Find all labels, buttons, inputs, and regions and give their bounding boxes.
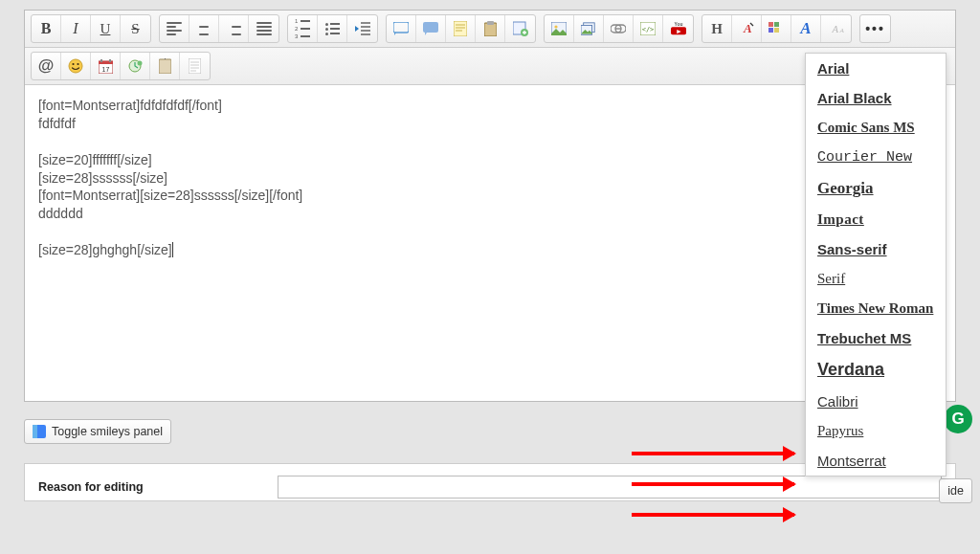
svg-text:A: A <box>831 24 838 34</box>
annotation-arrow-1 <box>632 452 794 455</box>
more-button[interactable]: ••• <box>860 15 890 42</box>
page-button[interactable] <box>180 53 210 79</box>
svg-rect-18 <box>768 28 773 33</box>
font-option-papyrus[interactable]: Papyrus <box>806 416 946 446</box>
highlight-button[interactable] <box>762 15 791 42</box>
heading-button[interactable]: H <box>702 15 732 42</box>
align-right-button[interactable] <box>219 15 249 42</box>
svg-point-24 <box>77 63 78 65</box>
page-root: B I U S 123 <box>0 0 980 554</box>
ordered-list-button[interactable]: 123 <box>288 15 318 42</box>
svg-point-31 <box>138 61 143 66</box>
font-option-trebuchet-ms[interactable]: Trebuchet MS <box>806 323 946 353</box>
add-item-button[interactable] <box>505 15 535 42</box>
svg-rect-0 <box>393 22 409 33</box>
toggle-smileys-button[interactable]: Toggle smileys panel <box>24 419 171 444</box>
font-size-button[interactable]: AA <box>821 15 851 42</box>
annotation-arrow-3 <box>632 513 794 517</box>
group-media: </> You <box>544 14 694 43</box>
svg-rect-33 <box>189 58 201 74</box>
group-text-style: B I U S <box>31 14 151 43</box>
align-left-button[interactable] <box>160 15 189 42</box>
svg-text:</>: </> <box>642 26 655 33</box>
reason-input[interactable] <box>278 476 942 499</box>
youtube-button[interactable]: You <box>663 15 693 42</box>
group-list: 123 <box>287 14 378 43</box>
font-option-times-new-roman[interactable]: Times New Roman <box>806 294 946 323</box>
note-button[interactable] <box>446 15 476 42</box>
svg-rect-16 <box>768 22 773 27</box>
text-caret <box>172 242 173 257</box>
svg-point-23 <box>72 63 74 65</box>
hide-button[interactable]: ide <box>939 478 972 503</box>
floating-badge-g[interactable]: G <box>944 405 972 433</box>
svg-rect-4 <box>487 21 494 25</box>
group-format: H A A AA <box>702 14 852 43</box>
font-option-serif[interactable]: Serif <box>806 264 946 294</box>
font-option-sans-serif[interactable]: Sans-serif <box>806 234 946 264</box>
font-option-comic-sans[interactable]: Comic Sans MS <box>806 113 946 143</box>
outdent-button[interactable] <box>347 15 377 42</box>
group-more: ••• <box>859 14 891 43</box>
attachment-button[interactable] <box>150 53 180 79</box>
group-align <box>159 14 279 43</box>
svg-rect-2 <box>454 21 467 36</box>
italic-button[interactable]: I <box>61 15 91 42</box>
font-option-georgia[interactable]: Georgia <box>806 172 946 205</box>
annotation-arrow-2 <box>632 482 794 486</box>
svg-point-8 <box>554 25 557 28</box>
quote-button[interactable] <box>387 15 416 42</box>
font-option-courier-new[interactable]: Courier New <box>806 143 946 172</box>
group-insert <box>386 14 536 43</box>
group-insert2: @ 17 <box>31 52 211 80</box>
toolbar-row-1: B I U S 123 <box>25 11 955 48</box>
image-stack-button[interactable] <box>574 15 604 42</box>
clipboard-button[interactable] <box>476 15 505 42</box>
font-option-arial-black[interactable]: Arial Black <box>806 83 946 113</box>
align-center-button[interactable] <box>189 15 219 42</box>
svg-rect-17 <box>774 22 779 27</box>
font-color-button[interactable]: A <box>732 15 762 42</box>
font-family-button[interactable]: A <box>791 15 821 42</box>
svg-text:You: You <box>674 22 682 27</box>
unordered-list-button[interactable] <box>318 15 347 42</box>
svg-rect-19 <box>774 28 779 33</box>
link-button[interactable] <box>604 15 634 42</box>
font-dropdown[interactable]: Arial Arial Black Comic Sans MS Courier … <box>805 53 947 476</box>
emoji-button[interactable] <box>61 53 91 79</box>
font-option-montserrat[interactable]: Montserrat <box>806 446 946 476</box>
spoiler-button[interactable] <box>416 15 446 42</box>
strike-button[interactable]: S <box>121 15 150 42</box>
svg-rect-32 <box>159 59 171 74</box>
calendar-button[interactable]: 17 <box>91 53 121 79</box>
svg-point-22 <box>69 59 82 73</box>
font-option-impact[interactable]: Impact <box>806 205 946 234</box>
align-justify-button[interactable] <box>249 15 278 42</box>
time-button[interactable] <box>121 53 150 79</box>
svg-text:17: 17 <box>101 66 109 73</box>
code-button[interactable]: </> <box>634 15 663 42</box>
font-option-calibri[interactable]: Calibri <box>806 387 946 416</box>
font-option-verdana[interactable]: Verdana <box>806 353 946 387</box>
svg-rect-3 <box>484 23 497 36</box>
svg-rect-27 <box>100 59 102 62</box>
svg-rect-28 <box>109 59 111 62</box>
reason-label: Reason for editing <box>38 480 268 494</box>
font-option-arial[interactable]: Arial <box>806 54 946 83</box>
svg-text:A: A <box>838 27 843 34</box>
image-button[interactable] <box>545 15 574 42</box>
svg-rect-1 <box>423 22 438 33</box>
bold-button[interactable]: B <box>32 15 61 42</box>
mention-button[interactable]: @ <box>32 53 61 79</box>
underline-button[interactable]: U <box>91 15 121 42</box>
smileys-icon <box>33 425 46 438</box>
